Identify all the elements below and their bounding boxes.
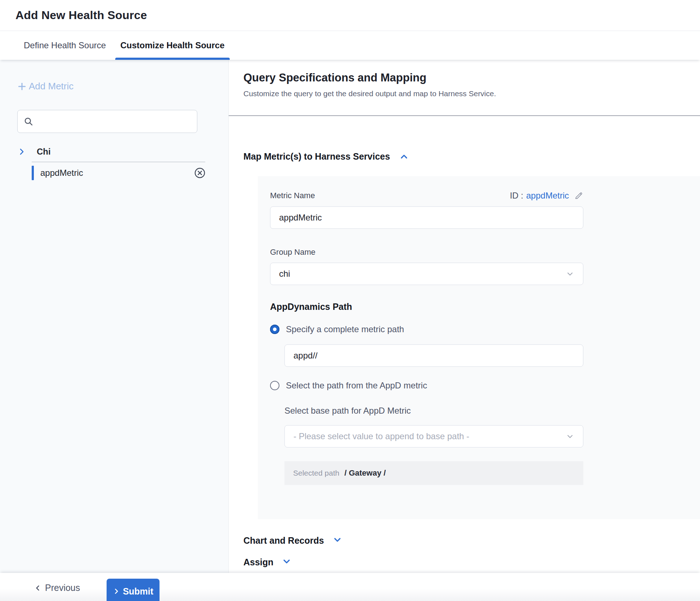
map-metrics-section-header[interactable]: Map Metric(s) to Harness Services	[243, 151, 700, 162]
search-icon	[23, 116, 33, 126]
assign-heading: Assign	[243, 557, 273, 567]
metric-name-label: Metric Name	[270, 191, 315, 200]
chevron-up-icon[interactable]	[399, 152, 409, 161]
chevron-left-icon	[34, 584, 41, 592]
radio-row-select-path[interactable]: Select the path from the AppD metric	[270, 380, 583, 391]
submit-button[interactable]: Submit	[107, 579, 160, 601]
query-spec-panel: Query Specifications and Mapping Customi…	[229, 60, 700, 573]
selected-path-value: / Gateway /	[344, 468, 386, 478]
previous-button[interactable]: Previous	[34, 583, 80, 593]
delete-metric-icon[interactable]	[194, 167, 206, 179]
base-path-label: Select base path for AppD Metric	[284, 406, 583, 416]
assign-section-header[interactable]: Assign	[243, 557, 700, 567]
metric-search-box	[17, 110, 197, 133]
panel-subtitle: Customize the query to get the desired o…	[243, 89, 700, 98]
tab-define-health-source[interactable]: Define Health Source	[19, 31, 111, 60]
appdynamics-path-heading: AppDynamics Path	[270, 302, 583, 312]
submit-button-label: Submit	[123, 586, 153, 597]
metric-sidebar: Add Metric Chi appdMetric	[0, 60, 229, 573]
chevron-right-icon	[113, 588, 120, 595]
page-title: Add New Health Source	[15, 9, 147, 22]
chart-and-records-section-header[interactable]: Chart and Records	[243, 535, 700, 546]
id-value-link[interactable]: appdMetric	[526, 191, 569, 201]
dialog-footer: Previous Submit	[0, 573, 700, 601]
chevron-down-icon	[566, 432, 574, 441]
selected-indicator-bar	[32, 166, 34, 180]
tab-bar: Define Health Source Customize Health So…	[0, 31, 700, 60]
tab-customize-health-source[interactable]: Customize Health Source	[115, 31, 229, 60]
metric-list-item[interactable]: appdMetric	[32, 162, 206, 184]
map-metrics-card: Metric Name ID : appdMetric Group Name c…	[258, 176, 700, 519]
edit-pencil-icon[interactable]	[574, 191, 583, 200]
add-metric-button[interactable]: Add Metric	[17, 81, 73, 92]
chevron-down-icon[interactable]	[282, 557, 291, 567]
selected-path-label: Selected path	[293, 469, 339, 477]
metric-group-row[interactable]: Chi	[17, 147, 228, 157]
radio-complete-path-label: Specify a complete metric path	[286, 324, 404, 334]
chevron-right-icon[interactable]	[17, 147, 26, 156]
complete-metric-path-input[interactable]	[284, 344, 583, 367]
dialog-body: Add Metric Chi appdMetric Query Specific…	[0, 60, 700, 573]
previous-button-label: Previous	[45, 583, 80, 593]
group-name-value: chi	[279, 269, 566, 279]
metric-search-input[interactable]	[38, 117, 191, 126]
radio-row-complete-path[interactable]: Specify a complete metric path	[270, 324, 583, 334]
metric-name-input[interactable]	[270, 206, 583, 229]
metric-item-label: appdMetric	[40, 168, 194, 178]
plus-icon	[17, 82, 27, 91]
chevron-down-icon	[566, 270, 574, 278]
radio-select-path-label: Select the path from the AppD metric	[286, 380, 427, 391]
group-name-select[interactable]: chi	[270, 263, 583, 285]
selected-path-box: Selected path / Gateway /	[284, 461, 583, 485]
radio-complete-path[interactable]	[270, 325, 279, 334]
panel-divider	[229, 115, 700, 116]
chart-and-records-heading: Chart and Records	[243, 535, 324, 546]
id-label: ID :	[510, 191, 523, 201]
metric-group-name: Chi	[37, 147, 51, 157]
base-path-select[interactable]: - Please select value to append to base …	[284, 425, 583, 448]
radio-select-path[interactable]	[270, 381, 279, 390]
chevron-down-icon[interactable]	[333, 535, 342, 546]
base-path-placeholder: - Please select value to append to base …	[293, 431, 566, 441]
map-metrics-heading: Map Metric(s) to Harness Services	[243, 151, 390, 162]
add-metric-label: Add Metric	[29, 81, 73, 92]
group-name-label: Group Name	[270, 248, 583, 257]
dialog-header: Add New Health Source	[0, 0, 700, 31]
panel-title: Query Specifications and Mapping	[243, 71, 700, 84]
